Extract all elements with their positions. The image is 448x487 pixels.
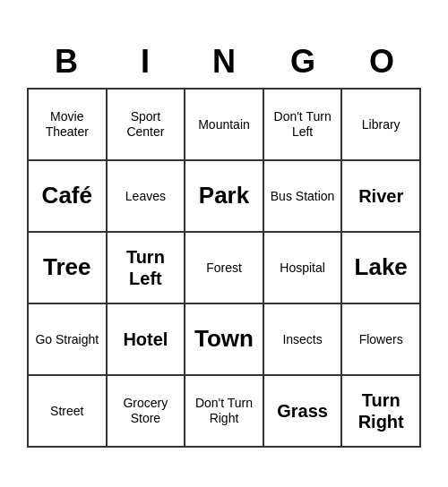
bingo-cell: Mountain bbox=[185, 90, 264, 161]
bingo-cell: Grocery Store bbox=[108, 376, 186, 448]
bingo-cell: River bbox=[342, 161, 421, 233]
bingo-cell: Lake bbox=[342, 233, 421, 304]
bingo-cell: Bus Station bbox=[264, 161, 343, 233]
bingo-header: BINGO bbox=[27, 39, 421, 84]
bingo-cell: Grass bbox=[264, 376, 343, 448]
bingo-cell: Tree bbox=[29, 233, 108, 304]
bingo-cell: Don't Turn Right bbox=[185, 376, 264, 448]
bingo-cell: Movie Theater bbox=[29, 90, 108, 161]
header-letter: G bbox=[263, 39, 342, 84]
bingo-grid: Movie TheaterSport CenterMountainDon't T… bbox=[27, 88, 421, 448]
bingo-cell: Flowers bbox=[342, 304, 421, 376]
header-letter: N bbox=[185, 39, 263, 84]
bingo-cell: Turn Left bbox=[108, 233, 186, 304]
bingo-cell: Café bbox=[29, 161, 108, 233]
header-letter: I bbox=[106, 39, 185, 84]
bingo-cell: Town bbox=[185, 304, 264, 376]
bingo-cell: Insects bbox=[264, 304, 343, 376]
bingo-cell: Street bbox=[29, 376, 108, 448]
bingo-cell: Hotel bbox=[108, 304, 186, 376]
header-letter: O bbox=[342, 39, 421, 84]
bingo-card: BINGO Movie TheaterSport CenterMountainD… bbox=[18, 30, 430, 457]
bingo-cell: Forest bbox=[185, 233, 264, 304]
bingo-cell: Leaves bbox=[108, 161, 186, 233]
bingo-cell: Park bbox=[185, 161, 264, 233]
bingo-cell: Library bbox=[342, 90, 421, 161]
header-letter: B bbox=[27, 39, 106, 84]
bingo-cell: Turn Right bbox=[342, 376, 421, 448]
bingo-cell: Don't Turn Left bbox=[264, 90, 343, 161]
bingo-cell: Go Straight bbox=[29, 304, 108, 376]
bingo-cell: Sport Center bbox=[108, 90, 186, 161]
bingo-cell: Hospital bbox=[264, 233, 343, 304]
